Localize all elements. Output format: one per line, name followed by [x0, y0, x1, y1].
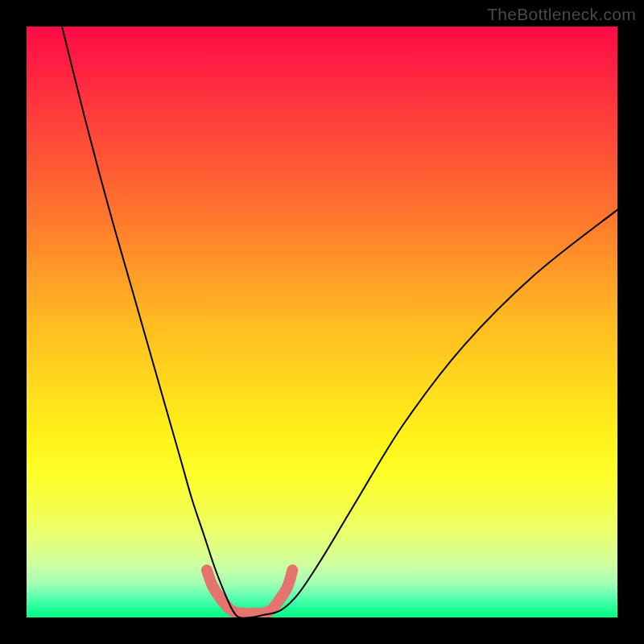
chart-frame: TheBottleneck.com [0, 0, 644, 644]
chart-svg [27, 27, 617, 617]
watermark-text: TheBottleneck.com [487, 5, 636, 24]
bottleneck-curve [62, 27, 617, 617]
plot-area [27, 27, 617, 617]
bottom-marker-band [207, 570, 292, 613]
